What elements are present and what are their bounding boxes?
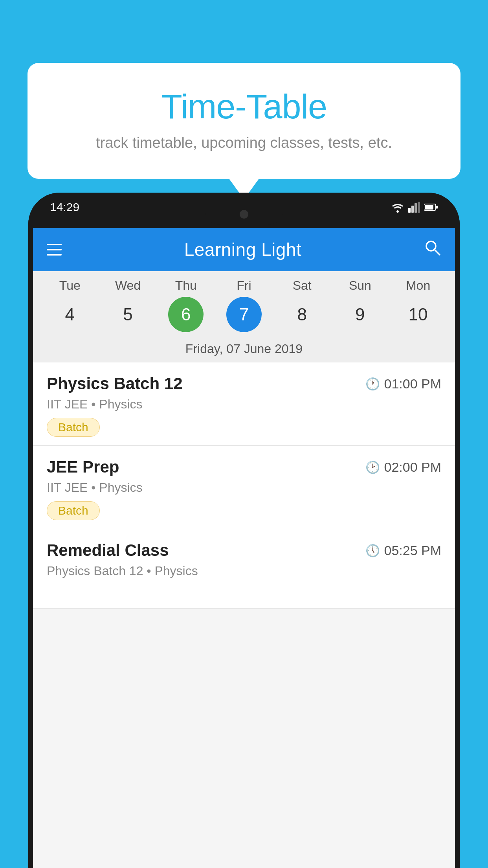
class-meta-1: IIT JEE • Physics (47, 397, 441, 412)
svg-rect-1 (411, 206, 414, 213)
svg-rect-0 (408, 208, 411, 213)
day-num-6-today[interactable]: 6 (168, 297, 204, 332)
status-icons (391, 202, 438, 213)
class-meta-2: IIT JEE • Physics (47, 480, 441, 495)
day-num-7-selected[interactable]: 7 (226, 297, 262, 332)
phone-frame: 14:29 (28, 193, 460, 868)
class-meta-3: Physics Batch 12 • Physics (47, 564, 441, 578)
hamburger-icon[interactable] (47, 244, 62, 256)
class-item-header-2: JEE Prep 🕑 02:00 PM (47, 458, 441, 476)
class-title-3: Remedial Class (47, 541, 169, 560)
day-num-10[interactable]: 10 (400, 297, 436, 332)
calendar-section: Tue Wed Thu Fri Sat Sun Mon 4 5 6 7 8 9 … (33, 271, 455, 362)
phone-screen: Learning Light Tue Wed Thu Fri Sat Sun M… (33, 228, 455, 868)
class-title-2: JEE Prep (47, 458, 119, 476)
class-list: Physics Batch 12 🕐 01:00 PM IIT JEE • Ph… (33, 362, 455, 609)
day-header-sat: Sat (284, 278, 320, 293)
day-header-sun: Sun (342, 278, 378, 293)
day-numbers: 4 5 6 7 8 9 10 (41, 297, 447, 337)
search-icon[interactable] (424, 239, 441, 260)
clock-icon-3: 🕔 (365, 544, 380, 557)
svg-rect-2 (415, 203, 417, 213)
day-num-5[interactable]: 5 (110, 297, 146, 332)
bubble-subtitle: track timetable, upcoming classes, tests… (59, 134, 429, 151)
batch-badge-1: Batch (47, 418, 100, 437)
status-time: 14:29 (50, 200, 79, 214)
day-num-9[interactable]: 9 (342, 297, 378, 332)
app-bar: Learning Light (33, 228, 455, 271)
svg-rect-3 (418, 202, 420, 213)
wifi-icon (391, 202, 404, 213)
batch-badge-2: Batch (47, 501, 100, 520)
day-headers: Tue Wed Thu Fri Sat Sun Mon (41, 278, 447, 293)
clock-icon-1: 🕐 (365, 377, 380, 391)
class-item-header-3: Remedial Class 🕔 05:25 PM (47, 541, 441, 560)
bubble-title: Time-Table (59, 86, 429, 127)
calendar-date-label: Friday, 07 June 2019 (41, 337, 447, 362)
day-header-mon: Mon (400, 278, 436, 293)
class-item-2[interactable]: JEE Prep 🕑 02:00 PM IIT JEE • Physics Ba… (33, 446, 455, 529)
class-title-1: Physics Batch 12 (47, 374, 183, 393)
svg-rect-6 (436, 206, 438, 209)
class-time-2: 🕑 02:00 PM (365, 460, 441, 475)
class-item-header-1: Physics Batch 12 🕐 01:00 PM (47, 374, 441, 393)
day-header-wed: Wed (110, 278, 146, 293)
class-item-3[interactable]: Remedial Class 🕔 05:25 PM Physics Batch … (33, 529, 455, 609)
day-header-tue: Tue (52, 278, 88, 293)
day-num-8[interactable]: 8 (284, 297, 320, 332)
status-bar: 14:29 (28, 197, 460, 217)
clock-icon-2: 🕑 (365, 460, 380, 474)
speech-bubble: Time-Table track timetable, upcoming cla… (28, 63, 460, 179)
app-bar-title: Learning Light (184, 239, 302, 260)
day-header-fri: Fri (226, 278, 262, 293)
day-num-4[interactable]: 4 (52, 297, 88, 332)
battery-icon (424, 203, 438, 211)
class-item-1[interactable]: Physics Batch 12 🕐 01:00 PM IIT JEE • Ph… (33, 362, 455, 446)
signal-icon (408, 202, 420, 213)
class-time-1: 🕐 01:00 PM (365, 376, 441, 392)
class-time-3: 🕔 05:25 PM (365, 543, 441, 558)
svg-rect-5 (425, 205, 433, 210)
day-header-thu: Thu (168, 278, 204, 293)
svg-line-8 (435, 250, 440, 255)
